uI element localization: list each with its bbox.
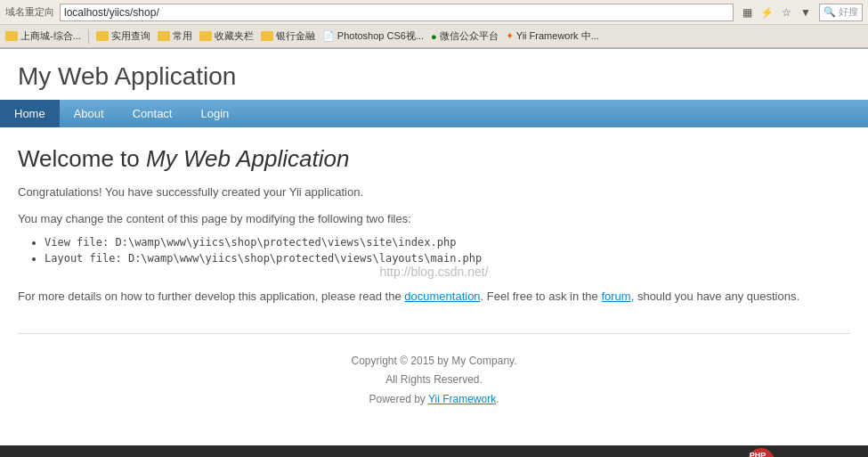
bookmark-wechat[interactable]: ● 微信公众平台 [431,29,499,43]
bookmark-favorites[interactable]: 收藏夹栏 [199,29,254,43]
bookmark-bank[interactable]: 银行金融 [261,29,315,43]
file-icon: 📄 [322,30,335,42]
bookmark-label: 上商城-综合... [20,29,81,43]
welcome-prefix: Welcome to [18,145,146,172]
para-prefix: For more details on how to further devel… [18,290,404,303]
nav-item-login[interactable]: Login [186,100,243,127]
dropdown-icon[interactable]: ▼ [798,4,814,20]
list-item: Layout file: D:\wamp\www\yiics\shop\prot… [45,252,850,265]
qr-icon[interactable]: ▦ [739,4,755,20]
address-label: 域名重定向 [5,5,54,19]
search-box[interactable]: 🔍 好搜 [819,4,863,21]
nav-bar: Home About Contact Login [0,100,868,127]
welcome-em: My Web Application [146,145,349,172]
page-footer: Copyright © 2015 by My Company. All Righ… [18,333,850,428]
bookmark-label: 微信公众平台 [440,29,499,43]
search-icon: 🔍 [823,6,836,18]
nav-item-home[interactable]: Home [0,100,60,127]
bookmark-label: Yii Framework 中... [516,29,599,43]
para-details: For more details on how to further devel… [18,288,850,306]
bookmark-query[interactable]: 实用查询 [96,29,150,43]
address-input[interactable] [60,4,734,21]
folder-icon [5,31,18,41]
nav-item-about[interactable]: About [60,100,118,127]
bookmark-label: 常用 [173,29,192,43]
forum-link[interactable]: forum [601,290,630,303]
para-change: You may change the content of this page … [18,210,850,228]
documentation-link[interactable]: documentation [404,290,480,303]
bookmark-label: 银行金融 [276,29,315,43]
file-list: View file: D:\wamp\www\yiics\shop\protec… [45,236,850,265]
bookmark-yii[interactable]: ✦ Yii Framework 中... [506,29,599,43]
bookmark-label: 收藏夹栏 [215,29,254,43]
yii-framework-link[interactable]: Yii Framework [428,393,496,405]
divider [88,29,89,44]
footer-line1: Copyright © 2015 by My Company. [36,352,832,371]
address-bar: 域名重定向 ▦ ⚡ ☆ ▼ 🔍 好搜 [0,0,868,25]
footer-line2: All Rights Reserved. [36,371,832,390]
nav-item-contact[interactable]: Contact [118,100,187,127]
bookmark-shop[interactable]: 上商城-综合... [5,29,81,43]
bookmark-label: 实用查询 [111,29,150,43]
para-suffix: , should you have any questions. [631,290,799,303]
footer-powered-prefix: Powered by [369,393,428,405]
footer-powered-suffix: . [496,393,499,405]
bookmark-photoshop[interactable]: 📄 Photoshop CS6视... [322,29,424,43]
para-congrats: Congratulations! You have successfully c… [18,184,850,201]
wechat-icon: ● [431,31,437,42]
footer-line3: Powered by Yii Framework. [36,390,832,410]
yii-icon: ✦ [506,30,514,42]
welcome-heading: Welcome to My Web Application [18,145,850,173]
star-icon[interactable]: ☆ [778,4,794,20]
browser-icons: ▦ ⚡ ☆ ▼ [739,4,814,20]
bookmark-common[interactable]: 常用 [158,29,192,43]
page-wrapper: My Web Application Home About Contact Lo… [0,49,868,445]
folder-icon [158,31,170,41]
bookmark-label: Photoshop CS6视... [337,29,424,43]
folder-icon [261,31,273,41]
lightning-icon[interactable]: ⚡ [758,4,775,20]
main-content: Welcome to My Web Application Congratula… [0,127,868,445]
list-item: View file: D:\wamp\www\yiics\shop\protec… [45,236,850,249]
para-middle: . Feel free to ask in the [481,290,602,303]
bottom-bar: PHP中文网 www.zzsucai.com [0,445,868,457]
php-badge: PHP中文网 [748,448,775,457]
folder-icon [96,31,109,41]
page-title: My Web Application [18,62,850,91]
search-label: 好搜 [839,5,858,19]
browser-chrome: 域名重定向 ▦ ⚡ ☆ ▼ 🔍 好搜 上商城-综合... 实用查询 常用 收藏夹 [0,0,868,49]
folder-icon [199,31,212,41]
bookmarks-bar: 上商城-综合... 实用查询 常用 收藏夹栏 银行金融 📄 Photoshop … [0,25,868,48]
watermark: http://blog.csdn.net/ [18,265,850,279]
app-header: My Web Application [0,49,868,100]
